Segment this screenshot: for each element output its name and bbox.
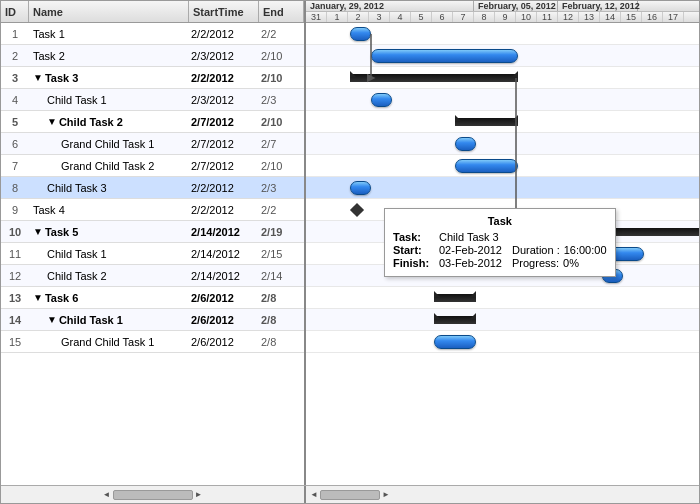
cell-name: Child Task 1 [29, 248, 189, 260]
gantt-body: Task Task: Child Task 3 Start: 02-Feb-20… [306, 23, 699, 485]
right-scrollbar[interactable]: ◄ ► [306, 486, 699, 503]
gantt-bar[interactable] [455, 137, 476, 151]
table-row[interactable]: 2Task 22/3/20122/10 [1, 45, 304, 67]
cell-start: 2/2/2012 [189, 28, 259, 40]
day-cell: 2 [348, 12, 369, 22]
cell-end: 2/10 [259, 50, 304, 62]
scrollbar-area: ◄ ► ◄ ► [1, 485, 699, 503]
gantt-bar[interactable] [371, 49, 518, 63]
expand-icon[interactable]: ▼ [33, 292, 43, 303]
cell-name: Grand Child Task 1 [29, 138, 189, 150]
table-row[interactable]: 11Child Task 12/14/20122/15 [1, 243, 304, 265]
gantt-bar[interactable] [602, 228, 699, 236]
cell-end: 2/8 [259, 314, 304, 326]
right-scroll-right-arrow[interactable]: ► [380, 490, 392, 499]
tooltip-duration-value: 16:00:00 [564, 244, 607, 256]
cell-id: 4 [1, 94, 29, 106]
tooltip-finish-row: Finish: 03-Feb-2012 Progress: 0% [393, 257, 607, 269]
gantt-bar[interactable] [350, 74, 518, 82]
expand-icon[interactable]: ▼ [47, 314, 57, 325]
cell-start: 2/6/2012 [189, 292, 259, 304]
cell-end: 2/3 [259, 182, 304, 194]
day-cell: 13 [579, 12, 600, 22]
cell-id: 6 [1, 138, 29, 150]
table-row[interactable]: 13▼Task 62/6/20122/8 [1, 287, 304, 309]
cell-id: 5 [1, 116, 29, 128]
left-scroll-thumb[interactable] [113, 490, 193, 500]
table-row[interactable]: 9Task 42/2/20122/2 [1, 199, 304, 221]
gantt-bar[interactable] [455, 118, 518, 126]
day-cell: 6 [432, 12, 453, 22]
table-row[interactable]: 8Child Task 32/2/20122/3 [1, 177, 304, 199]
cell-end: 2/7 [259, 138, 304, 150]
left-scrollbar[interactable]: ◄ ► [1, 486, 306, 503]
cell-start: 2/3/2012 [189, 50, 259, 62]
table-row[interactable]: 1Task 12/2/20122/2 [1, 23, 304, 45]
cell-start: 2/6/2012 [189, 314, 259, 326]
day-cell: 9 [495, 12, 516, 22]
day-cell: 31 [306, 12, 327, 22]
cell-start: 2/14/2012 [189, 226, 259, 238]
right-scroll-left-arrow[interactable]: ◄ [308, 490, 320, 499]
tooltip-task-row: Task: Child Task 3 [393, 231, 607, 243]
table-row[interactable]: 6Grand Child Task 12/7/20122/7 [1, 133, 304, 155]
tooltip-progress-value: 0% [563, 257, 579, 269]
gantt-day-row: 311234567891011121314151617 [306, 12, 699, 23]
table-row[interactable]: 7Grand Child Task 22/7/20122/10 [1, 155, 304, 177]
cell-start: 2/14/2012 [189, 248, 259, 260]
app-container: ID Name StartTime End 1Task 12/2/20122/2… [0, 0, 700, 504]
left-scroll-left-arrow[interactable]: ◄ [101, 490, 113, 499]
gantt-bar[interactable] [455, 159, 518, 173]
table-row[interactable]: 14▼Child Task 12/6/20122/8 [1, 309, 304, 331]
gantt-bar[interactable] [434, 294, 476, 302]
gantt-bar[interactable] [434, 316, 476, 324]
day-cell: 15 [621, 12, 642, 22]
gantt-row [306, 89, 699, 111]
cell-end: 2/19 [259, 226, 304, 238]
table-row[interactable]: 3▼Task 32/2/20122/10 [1, 67, 304, 89]
cell-name: Grand Child Task 2 [29, 160, 189, 172]
cell-start: 2/2/2012 [189, 182, 259, 194]
cell-start: 2/2/2012 [189, 72, 259, 84]
right-scroll-thumb[interactable] [320, 490, 380, 500]
table-row[interactable]: 4Child Task 12/3/20122/3 [1, 89, 304, 111]
cell-id: 2 [1, 50, 29, 62]
gantt-bar[interactable] [371, 93, 392, 107]
day-cell: 1 [327, 12, 348, 22]
table-row[interactable]: 12Child Task 22/14/20122/14 [1, 265, 304, 287]
header-name: Name [29, 1, 189, 22]
tooltip-duration-label: Duration : [512, 244, 560, 256]
gantt-header: January, 29, 2012 February, 05, 2012 Feb… [306, 1, 699, 23]
table-row[interactable]: 15Grand Child Task 12/6/20122/8 [1, 331, 304, 353]
cell-id: 10 [1, 226, 29, 238]
expand-icon[interactable]: ▼ [33, 72, 43, 83]
expand-icon[interactable]: ▼ [47, 116, 57, 127]
cell-end: 2/8 [259, 336, 304, 348]
cell-name: ▼Task 6 [29, 292, 189, 304]
day-cell: 11 [537, 12, 558, 22]
cell-id: 14 [1, 314, 29, 326]
cell-start: 2/7/2012 [189, 116, 259, 128]
month-feb05: February, 05, 2012 [474, 1, 558, 11]
cell-start: 2/2/2012 [189, 204, 259, 216]
table-row[interactable]: 5▼Child Task 22/7/20122/10 [1, 111, 304, 133]
gantt-row [306, 287, 699, 309]
day-cell: 16 [642, 12, 663, 22]
expand-icon[interactable]: ▼ [33, 226, 43, 237]
day-cell: 5 [411, 12, 432, 22]
tooltip-title: Task [393, 215, 607, 227]
month-jan29: January, 29, 2012 [306, 1, 474, 11]
table-row[interactable]: 10▼Task 52/14/20122/19 [1, 221, 304, 243]
left-scroll-right-arrow[interactable]: ► [193, 490, 205, 499]
cell-start: 2/6/2012 [189, 336, 259, 348]
cell-name: ▼Task 3 [29, 72, 189, 84]
gantt-bar[interactable] [350, 181, 371, 195]
cell-id: 7 [1, 160, 29, 172]
cell-name: ▼Child Task 1 [29, 314, 189, 326]
gantt-bar[interactable] [434, 335, 476, 349]
cell-name: Child Task 1 [29, 94, 189, 106]
cell-id: 3 [1, 72, 29, 84]
gantt-bar[interactable] [350, 27, 371, 41]
header-end: End [259, 1, 304, 22]
cell-end: 2/2 [259, 204, 304, 216]
